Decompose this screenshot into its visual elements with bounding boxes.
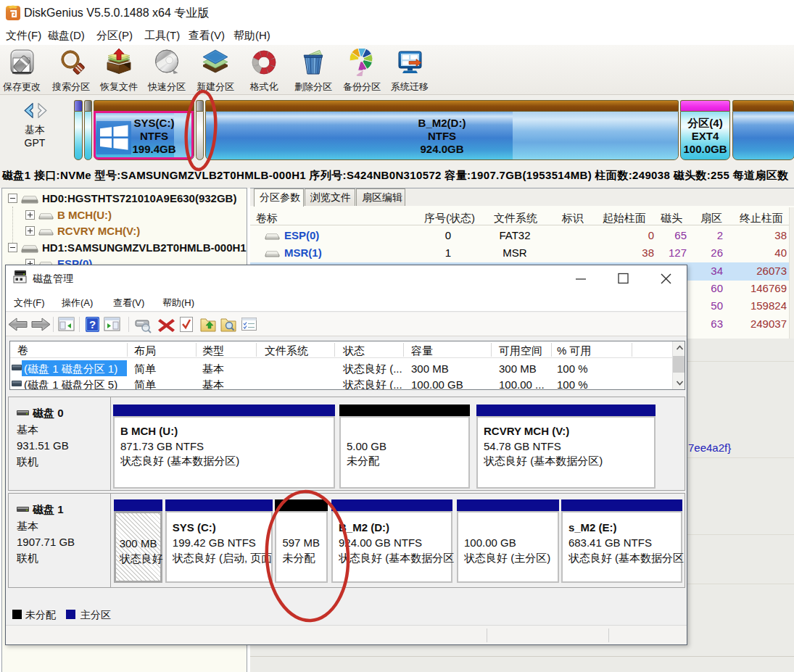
svg-text:?: ? [89, 318, 96, 331]
